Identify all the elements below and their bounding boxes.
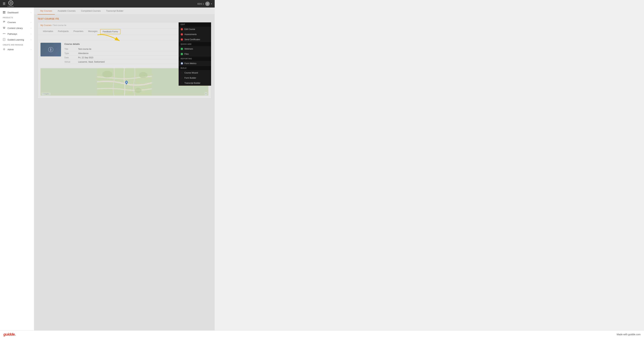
admin-panel: EDIT ✕ Edit Course ✕ Assessments ✕ Send … [178,22,211,86]
admin-send-certificates-label: Send Certificates [184,38,200,41]
admin-assessments[interactable]: ✕ Assessments [178,32,211,37]
detail-label-type: Type [64,52,78,54]
sidebar-dashboard-label: Dashboard [8,11,18,14]
admin-webinars-label: Webinars [184,48,193,50]
user-label: EDS 1 [198,2,204,5]
svg-rect-2 [4,11,5,12]
svg-point-21 [126,82,127,83]
chevron-right-icon: › [31,33,31,35]
admin-webinars[interactable]: + Webinars [178,46,211,52]
logo-icon [8,0,13,5]
svg-rect-4 [4,12,5,14]
chevron-right-icon: › [31,12,31,14]
sidebar-item-pathways[interactable]: Pathways › [0,31,34,37]
breadcrumb-current: Test course ite [53,24,66,26]
svg-point-11 [3,33,4,34]
svg-rect-3 [3,12,4,14]
admin-icon [3,48,6,51]
main-layout: Dashboard › PRODUCTS Courses › Content L… [0,8,215,330]
admin-form-builder[interactable]: → Form Builder [178,76,211,80]
detail-label-venue: Venue [64,61,78,63]
sidebar-item-dashboard[interactable]: Dashboard › [0,10,34,16]
user-chevron[interactable]: ▾ [211,3,212,5]
chevron-right-icon: › [31,48,31,50]
webinars-icon: + [181,48,183,50]
tab-presenters[interactable]: Presenters [71,28,86,35]
svg-rect-1 [3,11,4,12]
tab-my-courses[interactable]: My Courses [38,8,55,14]
admin-form-builder-label: Form Builder [184,77,196,79]
admin-transcript-builder[interactable]: → Transcript Builder [178,80,211,86]
edit-course-icon: ✕ [181,28,183,30]
send-certificates-icon: ✕ [181,38,183,41]
svg-rect-9 [3,28,5,28]
svg-rect-5 [3,21,5,22]
form-metrics-icon: 📊 [181,62,183,65]
svg-point-12 [4,33,5,34]
logo-text: Censeo [8,6,14,7]
sidebar-pathways-label: Pathways [8,33,17,35]
files-icon: + [181,53,183,55]
dashboard-icon [3,11,6,14]
detail-label-title: Title [64,48,78,50]
admin-course-wizard-label: Course Wizard [184,72,198,74]
detail-value-date: Fri, 22 Sep 2023 [78,56,93,59]
admin-quickadd-header: QUICK ADD [178,42,211,46]
course-thumbnail [40,43,61,56]
admin-course-wizard[interactable]: → Course Wizard [178,70,211,76]
sidebar-products-label: PRODUCTS [0,16,34,19]
sidebar-content-library-label: Content Library [8,27,23,30]
map-credit: © Mapbox [42,93,50,95]
sidebar-courses-label: Courses [8,21,16,24]
detail-value-type: Attendance [78,52,88,54]
tab-information[interactable]: Information [40,28,56,35]
svg-point-17 [102,71,112,78]
hamburger-icon[interactable]: ☰ [3,2,6,6]
admin-reporting-header: REPORTING [178,56,211,61]
admin-form-metrics[interactable]: 📊 Form Metrics [178,61,211,66]
sidebar-item-admin[interactable]: Admin › [0,46,34,52]
svg-rect-10 [3,28,5,29]
logo-area: Censeo [8,0,14,7]
sidebar-guided-learning-label: Guided Learning [8,38,24,41]
map-info-icon[interactable]: ℹ [205,92,207,95]
breadcrumb-parent[interactable]: My Courses [40,24,52,26]
sidebar-item-guided-learning[interactable]: Guided Learning › [0,37,34,42]
svg-rect-6 [3,22,5,22]
admin-form-metrics-label: Form Metrics [184,62,196,65]
tab-messages[interactable]: Messages [86,28,100,35]
chevron-right-icon: › [31,21,31,23]
course-wizard-arrow-icon: → [181,72,183,74]
sidebar-item-content-library[interactable]: Content Library › [0,25,34,31]
transcript-builder-arrow-icon: → [181,82,183,84]
detail-value-title: Test course ite [78,48,91,50]
sidebar: Dashboard › PRODUCTS Courses › Content L… [0,8,34,330]
content-library-icon [3,26,6,30]
admin-edit-header: EDIT [178,22,211,27]
content-area: My Courses Available Courses Completed C… [34,8,215,330]
sidebar-admin-label: Admin [8,48,14,51]
sidebar-create-manage-label: CREATE AND MANAGE [0,42,34,46]
nav-right: EDS 1 U ▾ [198,2,212,6]
tab-completed-courses[interactable]: Completed Courses [78,8,104,14]
svg-point-19 [135,88,142,93]
courses-icon [3,21,6,24]
tab-feedback-forms[interactable]: Feedback Forms [100,29,120,34]
course-panel: My Courses / Test course ite Information… [38,22,211,98]
admin-transcript-builder-label: Transcript Builder [184,82,200,84]
admin-build-header: BUILD [178,66,211,70]
avatar[interactable]: U [205,2,210,6]
chevron-right-icon: › [31,39,31,41]
sidebar-item-courses[interactable]: Courses › [0,19,34,25]
svg-point-14 [4,49,4,50]
svg-rect-7 [3,22,4,23]
page-content: TEST COURSE ITE My Courses / Test course… [34,15,215,101]
admin-files[interactable]: + Files [178,52,211,56]
admin-send-certificates[interactable]: ✕ Send Certificates [178,37,211,42]
tab-transcript-builder[interactable]: Transcript Builder [104,8,126,14]
page-title: TEST COURSE ITE [38,18,211,20]
svg-point-18 [139,72,148,78]
admin-edit-course[interactable]: ✕ Edit Course [178,27,211,32]
tab-participants[interactable]: Participants [56,28,71,35]
tab-available-courses[interactable]: Available Courses [55,8,78,14]
